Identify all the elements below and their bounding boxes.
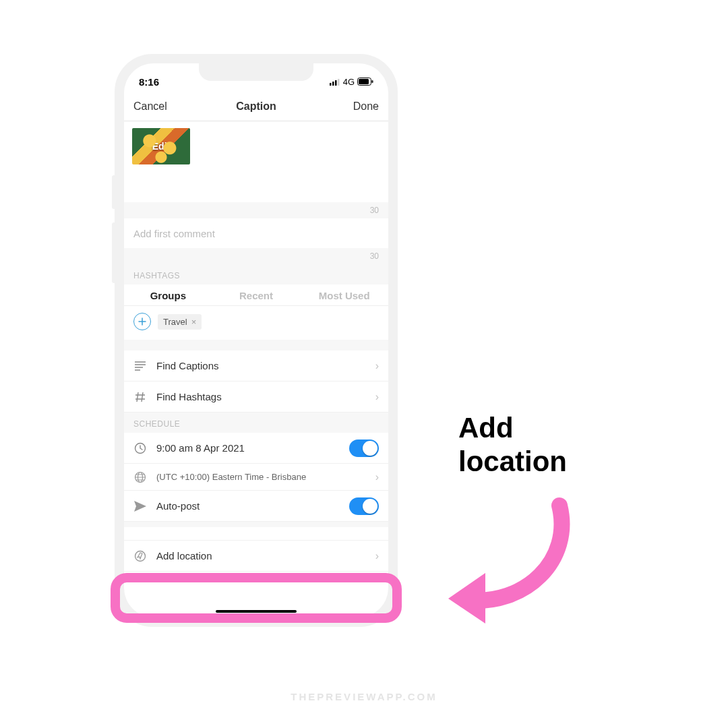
signal-icon: [330, 78, 340, 86]
hidden-row: [124, 527, 388, 541]
timezone-label: (UTC +10:00) Eastern Time - Brisbane: [156, 472, 366, 482]
list-icon: [133, 361, 147, 371]
first-comment-input[interactable]: Add first comment: [124, 218, 388, 248]
done-button[interactable]: Done: [332, 100, 379, 113]
hashtag-chips: Travel ×: [124, 306, 388, 340]
spacer: [124, 522, 388, 527]
network-label: 4G: [343, 77, 355, 87]
plus-icon: [138, 317, 146, 326]
timezone-row[interactable]: (UTC +10:00) Eastern Time - Brisbane ›: [124, 464, 388, 491]
send-icon: [133, 501, 147, 512]
tab-most-used[interactable]: Most Used: [300, 290, 388, 301]
svg-rect-6: [372, 80, 373, 83]
find-captions-row[interactable]: Find Captions ›: [124, 351, 388, 382]
find-hashtags-label: Find Hashtags: [156, 391, 366, 402]
find-captions-label: Find Captions: [156, 360, 366, 371]
edit-overlay: Edit: [132, 128, 190, 164]
comment-counter: 30: [124, 248, 388, 264]
svg-rect-5: [359, 79, 369, 84]
autopost-row[interactable]: Auto-post: [124, 491, 388, 522]
chevron-right-icon: ›: [375, 471, 379, 483]
chip-label: Travel: [163, 317, 187, 327]
hashtag-tabs: Groups Recent Most Used: [124, 284, 388, 306]
clock-icon: [133, 442, 147, 454]
spacer: [124, 340, 388, 351]
hashtags-header: HASHTAGS: [124, 264, 388, 284]
autopost-label: Auto-post: [156, 500, 340, 512]
status-time: 8:16: [139, 76, 159, 88]
schedule-time-label: 9:00 am 8 Apr 2021: [156, 442, 340, 454]
chevron-right-icon: ›: [375, 391, 379, 403]
chip-travel[interactable]: Travel ×: [158, 314, 202, 330]
location-icon: [133, 550, 147, 562]
svg-rect-1: [332, 82, 334, 86]
add-location-row[interactable]: Add location ›: [124, 541, 388, 572]
status-right: 4G: [330, 77, 373, 87]
tab-recent[interactable]: Recent: [212, 290, 301, 301]
chevron-right-icon: ›: [375, 360, 379, 372]
schedule-toggle[interactable]: [349, 439, 379, 457]
add-hashtag-button[interactable]: [133, 313, 151, 330]
arrow-icon: [438, 492, 586, 634]
hash-icon: [133, 392, 147, 402]
watermark: THEPREVIEWAPP.COM: [0, 691, 728, 702]
cancel-button[interactable]: Cancel: [133, 100, 181, 113]
svg-rect-2: [335, 80, 337, 86]
svg-rect-0: [330, 83, 332, 86]
caption-area[interactable]: Edit: [124, 121, 388, 202]
svg-rect-3: [338, 79, 340, 86]
page-title: Caption: [236, 100, 276, 113]
screen: 8:16 4G Cancel Caption Done Edit 30 Add …: [124, 63, 388, 617]
phone-frame: 8:16 4G Cancel Caption Done Edit 30 Add …: [115, 54, 398, 627]
tab-groups[interactable]: Groups: [124, 290, 212, 301]
caption-counter: 30: [124, 202, 388, 218]
find-hashtags-row[interactable]: Find Hashtags ›: [124, 382, 388, 413]
chip-remove-icon[interactable]: ×: [191, 317, 197, 327]
callout-text: Add location: [458, 411, 567, 479]
nav-bar: Cancel Caption Done: [124, 92, 388, 121]
post-thumbnail[interactable]: Edit: [132, 128, 190, 164]
home-indicator[interactable]: [216, 610, 297, 613]
callout-line2: location: [458, 445, 567, 479]
schedule-time-row[interactable]: 9:00 am 8 Apr 2021: [124, 433, 388, 464]
callout-line1: Add: [458, 411, 567, 445]
first-comment-placeholder: Add first comment: [133, 228, 215, 239]
chevron-right-icon: ›: [375, 550, 379, 562]
phone-notch: [199, 63, 313, 81]
schedule-header: SCHEDULE: [124, 413, 388, 433]
autopost-toggle[interactable]: [349, 497, 379, 515]
globe-icon: [133, 471, 147, 483]
add-location-label: Add location: [156, 550, 366, 562]
battery-icon: [357, 78, 373, 86]
